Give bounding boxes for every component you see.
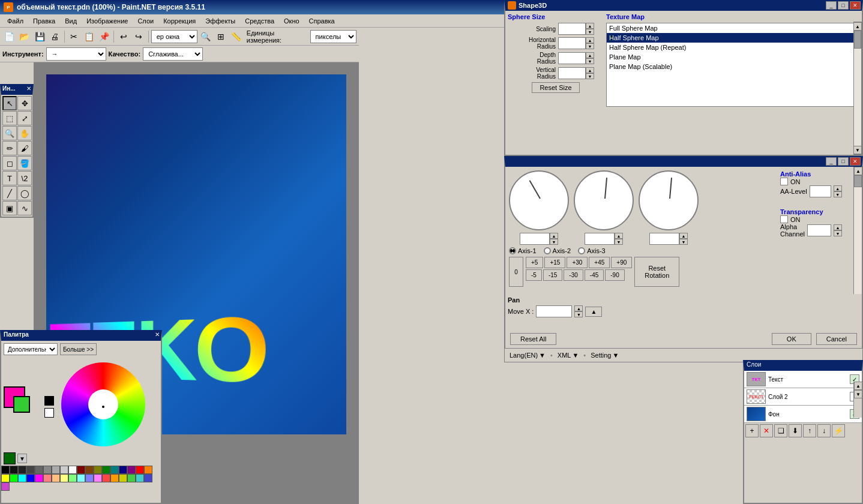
scaling-input[interactable]: 1,000	[558, 23, 586, 35]
rotation-panel-maximize[interactable]: □	[838, 157, 849, 166]
layers-scroll-down[interactable]: ▼	[854, 390, 862, 398]
palette-type-dropdown[interactable]: Дополнительны	[4, 343, 58, 355]
color-swatch[interactable]	[119, 474, 127, 482]
dial-3-input[interactable]: 0.0	[649, 233, 679, 245]
texture-item-half-sphere-repeat[interactable]: Half Sphere Map (Repeat)	[607, 43, 859, 52]
move-x-input[interactable]: 0,000	[536, 305, 572, 317]
color-swatch[interactable]	[26, 474, 35, 482]
step-minus15[interactable]: -15	[543, 269, 562, 281]
tool-brush[interactable]: 🖌	[17, 141, 32, 155]
color-swatch[interactable]	[136, 474, 144, 482]
add-layer-button[interactable]: +	[745, 424, 759, 437]
shape3d-close[interactable]: ✕	[850, 1, 861, 10]
color-swatch[interactable]	[77, 474, 85, 482]
dial-2-input[interactable]: 0.0	[585, 233, 615, 245]
layers-scrollbar[interactable]: ▲ ▼	[853, 382, 862, 418]
depth-input[interactable]: 1,000	[558, 52, 586, 64]
tool-zoom[interactable]: 🔍	[2, 126, 17, 140]
step-plus15[interactable]: +15	[544, 257, 565, 268]
scaling-down[interactable]: ▼	[586, 29, 594, 35]
move-layer-up[interactable]: ↑	[803, 424, 816, 437]
undo-button[interactable]: ↩	[116, 29, 130, 44]
scroll-down-arrow[interactable]: ▼	[853, 146, 862, 154]
zero-button[interactable]: 0	[509, 257, 523, 287]
dial-1-input[interactable]: 25.0	[520, 233, 550, 245]
color-swatch[interactable]	[127, 466, 136, 474]
menu-image[interactable]: Изображение	[82, 16, 133, 26]
cut-button[interactable]: ✂	[67, 29, 81, 44]
color-extra-btn[interactable]: ▼	[17, 454, 27, 463]
color-swatch[interactable]	[77, 466, 85, 474]
step-minus45[interactable]: -45	[585, 269, 604, 281]
redo-button[interactable]: ↪	[132, 29, 146, 44]
menu-layers[interactable]: Слои	[133, 16, 158, 26]
step-plus30[interactable]: +30	[567, 257, 588, 268]
ruler-icon[interactable]: 📏	[229, 29, 243, 44]
dial-3-up[interactable]: ▲	[679, 233, 688, 239]
menu-help[interactable]: Справка	[304, 16, 340, 26]
aa-level-up[interactable]: ▲	[834, 185, 842, 191]
shape3d-maximize[interactable]: □	[838, 1, 849, 10]
shape3d-scrollbar[interactable]: ▲ ▼	[853, 22, 862, 155]
save-button[interactable]: 💾	[32, 29, 46, 44]
horizontal-down[interactable]: ▼	[586, 43, 594, 49]
texture-item-half-sphere[interactable]: Half Sphere Map	[607, 33, 859, 43]
axis1-radio-label[interactable]: Axis-1	[509, 247, 537, 254]
color-extra-1[interactable]	[4, 452, 16, 464]
color-swatch[interactable]	[43, 474, 52, 482]
layers-scroll-up[interactable]: ▲	[854, 382, 862, 390]
vertical-up[interactable]: ▲	[586, 67, 594, 73]
dial-2-up[interactable]: ▲	[615, 233, 623, 239]
rot-scroll-thumb[interactable]	[854, 175, 862, 187]
color-swatch[interactable]	[94, 466, 102, 474]
scroll-track[interactable]	[854, 31, 861, 146]
alpha-down[interactable]: ▼	[834, 230, 842, 236]
tool-text[interactable]: T	[2, 171, 17, 185]
layer-properties-button[interactable]: ⚡	[832, 424, 845, 437]
dial-1[interactable]	[509, 170, 569, 230]
grid-icon[interactable]: ⊞	[214, 29, 227, 44]
layer-bg[interactable]: Фон ✓	[744, 406, 862, 423]
texture-item-plane-scalable[interactable]: Plane Map (Scalable)	[607, 62, 859, 71]
zoom-in-icon[interactable]: 🔍	[199, 29, 212, 44]
horizontal-input[interactable]: 1,000	[558, 37, 586, 49]
color-swatch[interactable]	[94, 474, 102, 482]
tool-move[interactable]: ✥	[17, 96, 32, 110]
tool-selector[interactable]: →	[46, 47, 106, 61]
color-swatch[interactable]	[102, 466, 110, 474]
menu-effects[interactable]: Эффекты	[200, 16, 240, 26]
menu-adjustments[interactable]: Коррекция	[158, 16, 200, 26]
color-swatch[interactable]	[110, 466, 119, 474]
zoom-dropdown[interactable]: ер окна	[151, 30, 197, 43]
ok-button[interactable]: OK	[772, 333, 811, 345]
shape3d-minimize[interactable]: _	[826, 1, 837, 10]
tool-select-free[interactable]: ⤢	[17, 111, 32, 125]
color-swatch[interactable]	[10, 466, 18, 474]
color-swatch[interactable]	[35, 466, 43, 474]
more-button[interactable]: Больше >>	[60, 343, 97, 355]
tool-arrow[interactable]: ↖	[2, 96, 17, 110]
tool-number[interactable]: \2	[17, 171, 32, 185]
background-color-swatch[interactable]	[13, 396, 30, 413]
scaling-up[interactable]: ▲	[586, 23, 594, 29]
dial-1-up[interactable]: ▲	[550, 233, 558, 239]
scroll-thumb[interactable]	[854, 31, 861, 49]
reset-all-button[interactable]: Reset All	[510, 333, 556, 345]
cancel-button[interactable]: Cancel	[816, 333, 857, 345]
lang-selector[interactable]: Lang(EN) ▼	[510, 352, 546, 359]
color-swatch[interactable]	[26, 466, 35, 474]
menu-view[interactable]: Вид	[60, 16, 82, 26]
color-swatch[interactable]	[18, 474, 26, 482]
axis2-radio-label[interactable]: Axis-2	[544, 247, 571, 254]
color-swatch[interactable]	[52, 474, 60, 482]
texture-item-full-sphere[interactable]: Full Sphere Map	[607, 23, 859, 33]
horizontal-up[interactable]: ▲	[586, 37, 594, 43]
color-swatch[interactable]	[110, 474, 119, 482]
menu-file[interactable]: Файл	[2, 16, 28, 26]
menu-edit[interactable]: Правка	[28, 16, 60, 26]
tool-curve[interactable]: ∿	[17, 201, 32, 215]
move-x-down[interactable]: ▼	[574, 311, 583, 317]
small-swatch-1[interactable]	[44, 396, 54, 406]
axis3-radio-label[interactable]: Axis-3	[578, 247, 606, 254]
color-swatch[interactable]	[68, 466, 77, 474]
